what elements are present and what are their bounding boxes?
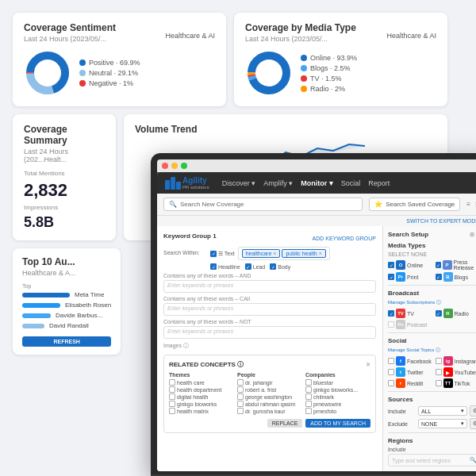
person-5[interactable]: dr. gurosha kaur: [237, 408, 302, 414]
logo-svg: [165, 177, 181, 190]
add-keyword-button[interactable]: ADD KEYWORD GROUP: [312, 236, 376, 241]
close-window-dot[interactable]: [162, 163, 168, 169]
social-header: Social: [388, 337, 476, 344]
headline-checkbox[interactable]: ✓ Headline: [210, 263, 240, 270]
theme-4[interactable]: ginkgo bioworks: [169, 401, 234, 407]
search-new-coverage-tab[interactable]: 🔍 Search New Coverage: [163, 198, 363, 211]
search-saved-coverage-tab[interactable]: ⭐ Search Saved Coverage: [369, 198, 460, 211]
person-1[interactable]: dr. jahangir: [237, 379, 302, 386]
text-checkbox[interactable]: ✓ ☰ Text: [210, 247, 235, 260]
company-4[interactable]: prnewswire: [305, 401, 370, 407]
theme-5[interactable]: health matrix: [169, 408, 234, 414]
contains-call-input[interactable]: Enter keywords or phrases: [163, 303, 376, 316]
replace-button[interactable]: REPLACE: [267, 419, 303, 428]
facebook-item[interactable]: f Facebook: [388, 356, 434, 366]
podcast-item[interactable]: Po Podcast: [388, 320, 434, 329]
minimize-window-dot[interactable]: [171, 163, 178, 169]
field-checkboxes: ✓ Headline ✓ Lead ✓ Body: [210, 263, 376, 270]
company-5[interactable]: prnesfoto: [305, 408, 370, 414]
company-1[interactable]: bluestar: [305, 379, 370, 386]
contains-not-input[interactable]: Enter keywords or phrases: [163, 326, 376, 339]
close-concepts-button[interactable]: ✕: [366, 362, 370, 368]
nav-report[interactable]: Report: [368, 179, 390, 187]
keywords-tag-container[interactable]: healthcare × public health ×: [238, 247, 330, 260]
facebook-icon: f: [396, 356, 405, 366]
healthcare-tag-remove[interactable]: ×: [273, 251, 276, 256]
person-2-cb: [237, 386, 244, 393]
blogs-media-item[interactable]: ✓ B Blogs: [436, 272, 477, 282]
summary-title: Coverage Summary: [24, 124, 105, 146]
exclude-sources-settings[interactable]: ⚙: [470, 418, 476, 429]
tiktok-item[interactable]: TT TikTok: [436, 378, 477, 388]
radio-item[interactable]: ✓ R Radio: [436, 309, 477, 318]
radio-label: Radio · 2%: [310, 85, 345, 93]
expert-mode-button[interactable]: SWITCH TO EXPERT MODE: [406, 218, 476, 224]
svg-rect-11: [176, 182, 181, 190]
headline-label: Headline: [218, 264, 240, 270]
company-2-cb: [305, 386, 312, 393]
text-checkmark: ✓: [212, 251, 216, 256]
nav-monitor[interactable]: Monitor ▾: [301, 179, 333, 187]
negative-dot: [79, 80, 86, 86]
refresh-button[interactable]: REFRESH: [22, 336, 111, 347]
reddit-item[interactable]: r Reddit: [388, 378, 434, 388]
company-1-cb: [305, 379, 312, 386]
press-release-item[interactable]: ✓ P Press Release: [436, 259, 477, 271]
person-2[interactable]: robert a. frist: [237, 386, 302, 393]
nav-social[interactable]: Social: [341, 179, 361, 187]
online-media-item[interactable]: ✓ O Online: [388, 259, 434, 271]
person-3[interactable]: george washington: [237, 393, 302, 400]
nav-discover[interactable]: Discover ▾: [222, 179, 256, 187]
body-label: Body: [278, 264, 290, 270]
reddit-icon: r: [396, 378, 405, 388]
theme-1[interactable]: health care: [169, 379, 234, 386]
manage-subscriptions-link[interactable]: Manage Subscriptions ⓘ: [388, 299, 476, 306]
twitter-item[interactable]: t Twitter: [388, 367, 434, 377]
healthcare-tag[interactable]: healthcare ×: [242, 249, 281, 258]
include-sources-select[interactable]: ALL ▾: [418, 406, 467, 416]
media-type-card: Coverage by Media Type Last 24 Hours (20…: [234, 13, 447, 106]
tv-item[interactable]: ✓ TV TV: [388, 309, 434, 318]
person-4[interactable]: abdul rahman qasim: [237, 401, 302, 407]
positive-dot: [79, 60, 86, 66]
more-icon[interactable]: ⋮: [473, 201, 476, 208]
youtube-item[interactable]: ▶ YouTube: [436, 367, 477, 377]
broadcast-divider: [388, 332, 476, 333]
contains-call-field: Contains any of these words – CAll Enter…: [163, 296, 376, 316]
instagram-item[interactable]: ig Instagram: [436, 356, 477, 366]
nav-amplify[interactable]: Amplify ▾: [263, 179, 293, 187]
body-checkbox[interactable]: ✓ Body: [270, 263, 290, 270]
add-to-search-button[interactable]: ADD TO MY SEARCH: [305, 419, 370, 428]
sentiment-card: Coverage Sentiment Last 24 Hours (2023/0…: [13, 13, 226, 106]
regions-input[interactable]: Type and select regions 🔍: [388, 454, 476, 466]
public-health-tag[interactable]: public health ×: [282, 249, 325, 258]
company-2[interactable]: ginkgo bioworks...: [305, 386, 370, 393]
theme-2[interactable]: health department: [169, 386, 234, 393]
include-sources-settings[interactable]: ⚙: [470, 405, 476, 416]
filter-icon[interactable]: ≡: [466, 201, 470, 208]
exclude-sources-select[interactable]: NONE ▾: [418, 419, 467, 428]
contains-and-input[interactable]: Enter keywords or phrases: [163, 280, 376, 293]
public-health-tag-remove[interactable]: ×: [319, 251, 322, 256]
panel-icons[interactable]: ⊞ ⊡: [470, 232, 476, 238]
radio-label-item: Radio: [455, 311, 469, 317]
company-3-cb: [305, 393, 312, 400]
media-types-grid: ✓ O Online ✓ P Press Release ✓ Pr Pr: [388, 259, 476, 282]
related-title-text: RELATED CONCEPTS ⓘ: [169, 360, 244, 369]
lead-checkbox[interactable]: ✓ Lead: [245, 263, 266, 270]
theme-3[interactable]: digital health: [169, 393, 234, 400]
search-within-label: Search Within:: [163, 247, 207, 255]
maximize-window-dot[interactable]: [181, 163, 187, 169]
search-setup-title: Search Setup: [388, 231, 428, 238]
media-donut-chart: [245, 49, 293, 97]
saved-tab-label: Search Saved Coverage: [386, 201, 455, 208]
manage-social-link[interactable]: Manage Social Topics ⓘ: [388, 347, 476, 354]
company-3[interactable]: chilmark: [305, 393, 370, 400]
print-media-item[interactable]: ✓ Pr Print: [388, 272, 434, 282]
legend-neutral: Neutral · 29.1%: [79, 69, 140, 77]
company-5-cb: [305, 408, 312, 414]
select-none-label[interactable]: SELECT NONE: [388, 251, 476, 257]
author-bar-1: [22, 293, 70, 298]
authors-subtitle: Healthcare & A...: [22, 269, 111, 277]
exclude-sources-label: Exclude: [388, 421, 416, 427]
